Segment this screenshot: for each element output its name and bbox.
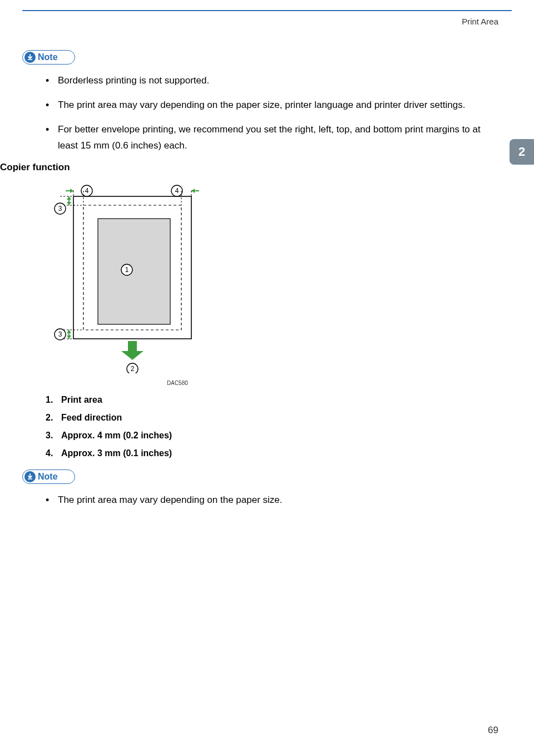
page-content: Note Borderless printing is not supporte… [0,47,501,516]
chapter-tab: 2 [510,139,534,165]
svg-text:2: 2 [131,365,135,373]
header-rule [22,10,512,11]
svg-marker-37 [121,351,144,360]
svg-marker-17 [191,189,195,193]
svg-text:4: 4 [175,187,179,195]
list-item: The print area may vary depending on the… [46,97,501,113]
legend-item: Print area [46,395,501,405]
legend-item: Approx. 4 mm (0.2 inches) [46,431,501,441]
svg-text:3: 3 [58,205,62,213]
diagram-code: DAC580 [167,380,501,386]
section-heading: Copier function [0,162,501,173]
running-header: Print Area [462,17,498,26]
svg-marker-7 [70,189,73,193]
svg-marker-23 [67,196,71,200]
svg-text:3: 3 [58,330,62,338]
diagram-legend: Print area Feed direction Approx. 4 mm (… [46,395,501,458]
svg-text:4: 4 [85,187,89,195]
note-list-top: Borderless printing is not supported. Th… [46,72,501,154]
page-number: 69 [488,725,498,736]
svg-rect-3 [98,219,170,324]
note-badge: Note [22,50,75,65]
print-area-diagram: 1 4 4 [50,180,501,375]
list-item: The print area may vary depending on the… [46,492,501,508]
list-item: For better envelope printing, we recomme… [46,121,501,155]
down-arrow-icon [24,52,36,63]
note-label: Note [38,472,58,482]
note-label: Note [38,52,58,62]
svg-marker-30 [67,330,71,333]
down-arrow-icon [24,471,36,482]
legend-item: Approx. 3 mm (0.1 inches) [46,448,501,458]
note-list-bottom: The print area may vary depending on the… [46,492,501,508]
svg-marker-31 [67,335,71,339]
svg-text:1: 1 [125,266,129,274]
svg-marker-24 [67,202,71,205]
note-badge: Note [22,470,75,484]
legend-item: Feed direction [46,413,501,423]
list-item: Borderless printing is not supported. [46,72,501,89]
